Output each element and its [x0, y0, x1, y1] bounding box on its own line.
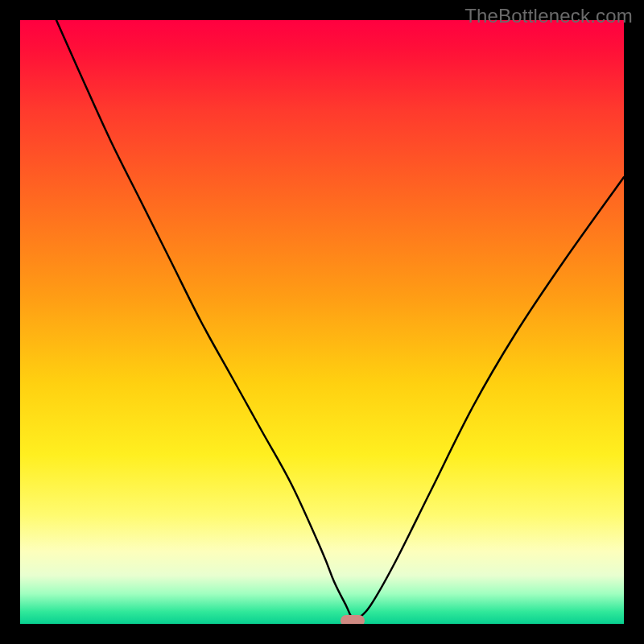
bottleneck-curve [56, 20, 624, 620]
plot-area [20, 20, 624, 624]
optimal-point-marker [341, 615, 365, 624]
bottleneck-chart: TheBottleneck.com [0, 0, 644, 644]
curve-layer [20, 20, 624, 624]
watermark-text: TheBottleneck.com [464, 5, 633, 27]
